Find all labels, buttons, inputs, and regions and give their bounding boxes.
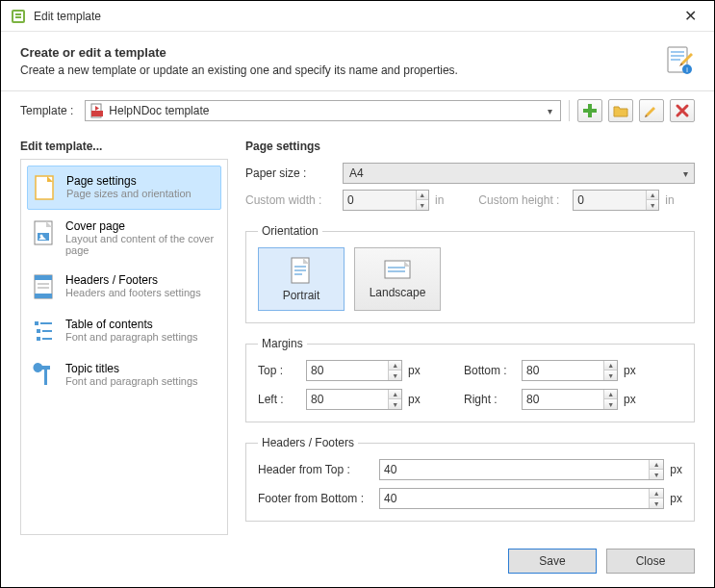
edit-template-button[interactable] — [639, 99, 664, 122]
margin-left-unit: px — [408, 393, 429, 406]
pilcrow-icon — [33, 362, 56, 389]
paper-size-label: Paper size : — [245, 166, 337, 180]
margin-right-input[interactable]: ▲▼ — [522, 389, 618, 410]
margin-top-value[interactable] — [307, 364, 388, 377]
svg-rect-26 — [35, 321, 38, 325]
svg-rect-7 — [671, 59, 680, 61]
spinner-down-icon[interactable]: ▼ — [389, 371, 401, 380]
sidebar-item-topic-titles[interactable]: Topic titles Font and paragraph settings — [27, 354, 221, 396]
orientation-portrait[interactable]: Portrait — [258, 247, 345, 311]
open-template-button[interactable] — [608, 99, 633, 122]
chevron-down-icon: ▾ — [544, 106, 556, 116]
sidebar-item-label: Table of contents — [65, 318, 198, 331]
sidebar-item-headers-footers[interactable]: Headers / Footers Headers and footers se… — [27, 266, 221, 308]
svg-rect-22 — [35, 275, 52, 280]
sidebar-item-label: Headers / Footers — [65, 273, 201, 287]
sidebar-item-sub: Layout and content of the cover page — [65, 233, 216, 256]
sidebar-title: Edit template... — [20, 140, 228, 153]
delete-x-icon — [675, 103, 690, 118]
spinner-up-icon[interactable]: ▲ — [650, 489, 663, 499]
delete-template-button[interactable] — [670, 99, 695, 122]
margin-left-label: Left : — [258, 393, 300, 406]
margin-top-unit: px — [408, 364, 429, 377]
spinner-up-icon[interactable]: ▲ — [650, 460, 663, 470]
window-title: Edit template — [34, 10, 677, 23]
custom-width-input: ▲▼ — [343, 190, 429, 211]
svg-rect-14 — [583, 109, 597, 113]
spinner-up-icon[interactable]: ▲ — [604, 390, 617, 399]
paper-size-select[interactable]: A4 ▾ — [343, 163, 695, 184]
margin-right-label: Right : — [464, 393, 516, 406]
hf-legend: Headers / Footers — [258, 436, 358, 449]
margins-group: Margins Top : ▲▼ px Bottom : ▲▼ px — [245, 337, 695, 422]
titlebar: Edit template ✕ — [1, 1, 714, 32]
save-button[interactable]: Save — [508, 549, 597, 574]
pdf-icon — [89, 103, 105, 118]
custom-width-label: Custom width : — [245, 193, 337, 207]
margins-legend: Margins — [258, 337, 307, 350]
spinner-up-icon: ▲ — [647, 191, 658, 200]
spinner-down-icon[interactable]: ▼ — [604, 399, 617, 409]
header-from-top-value[interactable] — [380, 463, 649, 476]
cover-page-icon — [33, 219, 56, 246]
margin-left-input[interactable]: ▲▼ — [306, 389, 402, 410]
svg-rect-24 — [38, 283, 49, 285]
sidebar-item-cover-page[interactable]: Cover page Layout and content of the cov… — [27, 212, 221, 264]
svg-rect-40 — [388, 270, 405, 272]
sidebar-item-toc[interactable]: Table of contents Font and paragraph set… — [27, 310, 221, 352]
sidebar-item-label: Topic titles — [65, 362, 198, 375]
svg-rect-25 — [38, 287, 49, 289]
header-from-top-input[interactable]: ▲▼ — [379, 459, 664, 480]
sidebar: Edit template... Page settings Page size… — [20, 140, 228, 535]
margin-left-value[interactable] — [307, 393, 388, 406]
paper-size-value: A4 — [349, 166, 364, 180]
app-icon — [11, 9, 26, 24]
folder-icon — [613, 103, 628, 118]
edit-doc-icon: i — [664, 45, 695, 76]
content: Edit template... Page settings Page size… — [1, 130, 714, 541]
close-button[interactable]: Close — [606, 549, 695, 574]
close-icon[interactable]: ✕ — [677, 3, 704, 29]
footer-from-bottom-unit: px — [670, 492, 682, 505]
footer-from-bottom-label: Footer from Bottom : — [258, 492, 373, 505]
custom-height-value — [574, 193, 646, 207]
sidebar-item-page-settings[interactable]: Page settings Page sizes and orientation — [27, 166, 221, 210]
custom-height-unit: in — [665, 193, 674, 207]
margin-top-input[interactable]: ▲▼ — [306, 360, 402, 381]
template-combobox[interactable]: HelpNDoc template ▾ — [85, 100, 561, 121]
main-panel: Page settings Paper size : A4 ▾ Custom w… — [245, 140, 695, 535]
spinner-down-icon[interactable]: ▼ — [389, 399, 401, 409]
custom-height-input: ▲▼ — [573, 190, 659, 211]
sidebar-item-label: Cover page — [65, 219, 216, 233]
margin-bottom-input[interactable]: ▲▼ — [522, 360, 618, 381]
svg-rect-6 — [671, 55, 684, 57]
landscape-label: Landscape — [370, 286, 426, 299]
header-from-top-unit: px — [670, 463, 682, 476]
margin-bottom-value[interactable] — [523, 364, 603, 377]
footer-from-bottom-value[interactable] — [380, 492, 649, 505]
sidebar-item-sub: Font and paragraph settings — [65, 375, 198, 387]
page-title: Page settings — [245, 140, 695, 153]
chevron-down-icon: ▾ — [683, 168, 688, 179]
svg-rect-23 — [35, 294, 52, 298]
spinner-up-icon[interactable]: ▲ — [389, 361, 401, 371]
margin-right-value[interactable] — [523, 393, 603, 406]
spinner-down-icon[interactable]: ▼ — [650, 499, 663, 508]
orientation-landscape[interactable]: Landscape — [354, 247, 441, 311]
orientation-legend: Orientation — [258, 224, 322, 238]
header: Create or edit a template Create a new t… — [1, 32, 714, 91]
headers-footers-group: Headers / Footers Header from Top : ▲▼ p… — [245, 436, 695, 522]
footer-from-bottom-input[interactable]: ▲▼ — [379, 488, 664, 509]
headers-footers-icon — [33, 273, 56, 300]
spinner-down-icon: ▼ — [647, 200, 658, 210]
spinner-down-icon[interactable]: ▼ — [604, 371, 617, 380]
template-label: Template : — [20, 104, 73, 117]
svg-rect-2 — [15, 13, 21, 15]
spinner-up-icon[interactable]: ▲ — [604, 361, 617, 371]
custom-width-unit: in — [435, 193, 444, 207]
sidebar-item-sub: Font and paragraph settings — [65, 331, 198, 343]
spinner-up-icon[interactable]: ▲ — [389, 390, 401, 399]
add-template-button[interactable] — [577, 99, 602, 122]
template-toolbar: Template : HelpNDoc template ▾ — [1, 91, 714, 130]
spinner-down-icon[interactable]: ▼ — [650, 470, 663, 479]
